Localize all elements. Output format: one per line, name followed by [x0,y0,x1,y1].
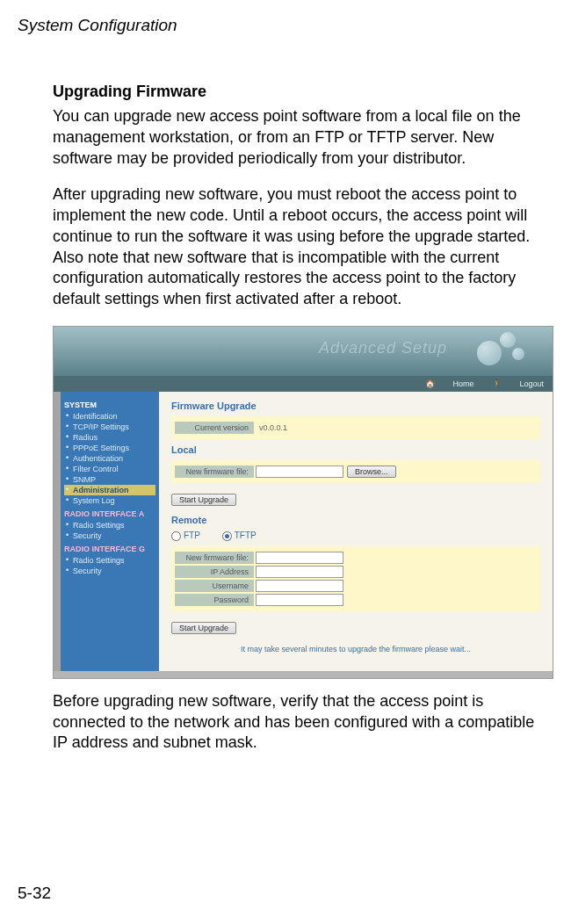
sidebar-item-filter[interactable]: Filter Control [64,464,155,474]
sidebar-item-admin[interactable]: Administration [64,485,155,495]
wait-message: It may take several minutes to upgrade t… [171,645,540,653]
local-firmware-input[interactable] [256,466,343,478]
sidebar-item-pppoe[interactable]: PPPoE Settings [64,443,155,453]
start-upgrade-remote-button[interactable]: Start Upgrade [171,622,236,634]
current-version-label: Current version [175,422,254,434]
section-title: Upgrading Firmware [53,83,545,101]
remote-firmware-input[interactable] [256,552,343,564]
sidebar-item-radio-g-settings[interactable]: Radio Settings [64,555,155,566]
current-version-panel: Current version v0.0.0.1 [171,416,540,439]
paragraph-1: You can upgrade new access point softwar… [53,106,545,169]
sidebar-item-radio-a-security[interactable]: Security [64,531,155,541]
sidebar-group-system: SYSTEM [64,401,155,409]
header-title: Advanced Setup [319,339,447,357]
sidebar-item-tcpip[interactable]: TCP/IP Settings [64,422,155,432]
sidebar-group-radio-a: RADIO INTERFACE A [64,509,155,518]
top-toolbar: 🏠 Home 🚶 Logout [54,376,553,392]
password-input[interactable] [256,594,343,606]
sidebar-item-radio-g-security[interactable]: Security [64,566,155,576]
logout-label: Logout [519,379,544,388]
local-panel: New firmware file: Browse... [171,460,540,483]
ftp-radio[interactable]: FTP [171,531,200,541]
page-number: 5-32 [18,884,51,903]
tftp-label: TFTP [235,531,257,540]
paragraph-3: Before upgrading new software, verify th… [53,691,545,754]
remote-header: Remote [171,515,540,525]
gutter [54,392,61,678]
local-firmware-label: New firmware file: [175,466,254,478]
firmware-upgrade-header: Firmware Upgrade [171,401,540,411]
bottom-bar [54,671,553,678]
local-header: Local [171,444,540,455]
username-label: Username [175,580,254,592]
sidebar-item-radio-a-settings[interactable]: Radio Settings [64,520,155,531]
ip-address-label: IP Address [175,566,254,578]
app-header: Advanced Setup [54,327,553,376]
sidebar: SYSTEM Identification TCP/IP Settings Ra… [61,392,159,678]
sidebar-item-auth[interactable]: Authentication [64,453,155,464]
sidebar-item-syslog[interactable]: System Log [64,495,155,506]
remote-protocol-row: FTP TFTP [171,531,540,541]
sidebar-item-radius[interactable]: Radius [64,432,155,443]
sidebar-item-identification[interactable]: Identification [64,411,155,422]
username-input[interactable] [256,580,343,592]
browse-button[interactable]: Browse... [347,466,396,478]
home-label: Home [452,379,473,388]
remote-panel: New firmware file: IP Address Username [171,546,540,611]
paragraph-2: After upgrading new software, you must r… [53,184,545,310]
remote-firmware-label: New firmware file: [175,552,254,564]
running-head: System Configuration [18,16,545,35]
sidebar-group-radio-g: RADIO INTERFACE G [64,545,155,553]
logo-icon [477,332,538,371]
screenshot-figure: Advanced Setup 🏠 Home 🚶 Logout SYSTEM Id… [53,326,545,679]
ip-address-input[interactable] [256,566,343,578]
current-version-value: v0.0.0.1 [254,423,287,432]
password-label: Password [175,594,254,606]
home-link[interactable]: 🏠 Home [425,379,474,388]
logout-link[interactable]: 🚶 Logout [492,379,544,388]
tftp-radio[interactable]: TFTP [222,531,257,541]
ftp-label: FTP [184,531,200,540]
content-panel: Firmware Upgrade Current version v0.0.0.… [159,392,553,678]
sidebar-item-snmp[interactable]: SNMP [64,474,155,485]
start-upgrade-local-button[interactable]: Start Upgrade [171,494,236,506]
